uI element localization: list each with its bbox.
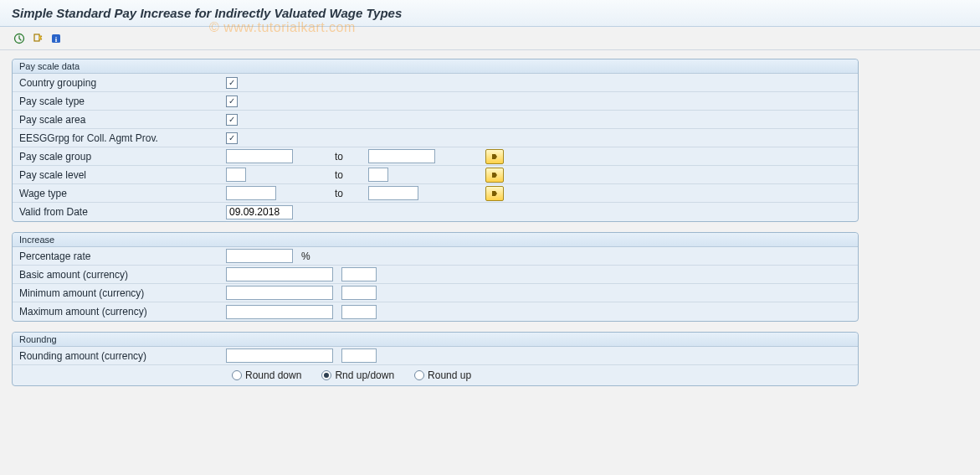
get-variant-button[interactable] [30, 31, 45, 46]
eesg-grouping-label: EESGGrpg for Coll. Agmt Prov. [13, 129, 226, 147]
minimum-amount-label: Minimum amount (currency) [13, 284, 226, 302]
maximum-amount-input[interactable] [226, 305, 333, 319]
valid-from-row: Valid from Date [13, 203, 858, 221]
round-down-label: Round down [245, 369, 301, 381]
maximum-amount-label: Maximum amount (currency) [13, 302, 226, 321]
info-icon: i [50, 33, 62, 44]
rounding-amount-label: Rounding amount (currency) [13, 347, 226, 364]
valid-from-input[interactable] [226, 205, 293, 219]
basic-amount-label: Basic amount (currency) [13, 266, 226, 283]
minimum-amount-row: Minimum amount (currency) [13, 284, 858, 302]
increase-group: Increase Percentage rate % Basic amount … [12, 232, 859, 322]
arrow-right-icon [490, 189, 499, 198]
rounding-legend: Roundng [13, 333, 858, 347]
svg-rect-1 [34, 34, 39, 41]
basic-amount-input[interactable] [226, 267, 333, 281]
rounding-amount-input[interactable] [226, 349, 333, 363]
wage-type-from-input[interactable] [226, 186, 276, 200]
basic-amount-row: Basic amount (currency) [13, 266, 858, 284]
to-label: to [301, 151, 360, 163]
eesg-grouping-checkbox[interactable]: ✓ [226, 132, 238, 144]
eesg-grouping-row: EESGGrpg for Coll. Agmt Prov. ✓ [13, 129, 858, 147]
pay-scale-data-legend: Pay scale data [13, 59, 858, 74]
pay-scale-group-row: Pay scale group to [13, 147, 858, 166]
execute-icon [13, 33, 25, 44]
wage-type-row: Wage type to [13, 184, 858, 203]
pay-scale-group-multi-button[interactable] [485, 149, 504, 164]
wage-type-to-input[interactable] [368, 186, 418, 200]
toolbar: i [0, 27, 980, 50]
percentage-rate-row: Percentage rate % [13, 247, 858, 266]
rounding-group: Roundng Rounding amount (currency) Round… [12, 332, 859, 386]
pay-scale-level-label: Pay scale level [13, 166, 226, 183]
rounding-options-row: Round down Rnd up/down Round up [13, 365, 858, 385]
pay-scale-group-to-input[interactable] [368, 149, 435, 163]
radio-icon [414, 370, 424, 380]
arrow-right-icon [490, 152, 499, 161]
basic-amount-currency-input[interactable] [341, 267, 377, 281]
pay-scale-type-row: Pay scale type ✓ [13, 92, 858, 111]
pay-scale-area-label: Pay scale area [13, 111, 226, 128]
pay-scale-area-row: Pay scale area ✓ [13, 111, 858, 129]
percentage-rate-label: Percentage rate [13, 247, 226, 265]
rounding-amount-currency-input[interactable] [341, 349, 377, 363]
wage-type-label: Wage type [13, 184, 226, 202]
info-button[interactable]: i [49, 31, 64, 46]
content: Pay scale data Country grouping ✓ Pay sc… [0, 50, 870, 413]
minimum-amount-input[interactable] [226, 286, 333, 300]
rnd-up-down-radio[interactable]: Rnd up/down [321, 369, 394, 381]
round-down-radio[interactable]: Round down [232, 369, 301, 381]
to-label: to [301, 169, 360, 181]
variant-icon [32, 33, 44, 44]
pay-scale-area-checkbox[interactable]: ✓ [226, 114, 238, 126]
pay-scale-data-group: Pay scale data Country grouping ✓ Pay sc… [12, 59, 859, 222]
radio-icon [232, 370, 242, 380]
round-up-radio[interactable]: Round up [414, 369, 471, 381]
pay-scale-level-to-input[interactable] [368, 168, 388, 182]
percent-unit: % [301, 250, 310, 262]
pay-scale-type-label: Pay scale type [13, 92, 226, 110]
arrow-right-icon [490, 171, 499, 179]
pay-scale-level-row: Pay scale level to [13, 166, 858, 184]
country-grouping-row: Country grouping ✓ [13, 74, 858, 92]
pay-scale-group-label: Pay scale group [13, 147, 226, 165]
wage-type-multi-button[interactable] [485, 186, 504, 201]
page-title: Simple Standard Pay Increase for Indirec… [12, 6, 402, 20]
pay-scale-level-multi-button[interactable] [485, 168, 504, 183]
radio-icon [321, 370, 331, 380]
pay-scale-level-from-input[interactable] [226, 168, 246, 182]
maximum-amount-row: Maximum amount (currency) [13, 302, 858, 321]
to-label: to [301, 188, 360, 199]
increase-legend: Increase [13, 233, 858, 247]
country-grouping-label: Country grouping [13, 74, 226, 91]
title-bar: Simple Standard Pay Increase for Indirec… [0, 0, 980, 27]
rnd-up-down-label: Rnd up/down [335, 369, 394, 381]
rounding-amount-row: Rounding amount (currency) [13, 347, 858, 365]
country-grouping-checkbox[interactable]: ✓ [226, 77, 238, 89]
execute-button[interactable] [12, 31, 27, 46]
round-up-label: Round up [428, 369, 471, 381]
pay-scale-group-from-input[interactable] [226, 149, 293, 163]
percentage-rate-input[interactable] [226, 249, 293, 263]
maximum-amount-currency-input[interactable] [341, 305, 377, 319]
minimum-amount-currency-input[interactable] [341, 286, 377, 300]
pay-scale-type-checkbox[interactable]: ✓ [226, 96, 238, 107]
valid-from-label: Valid from Date [13, 203, 226, 221]
